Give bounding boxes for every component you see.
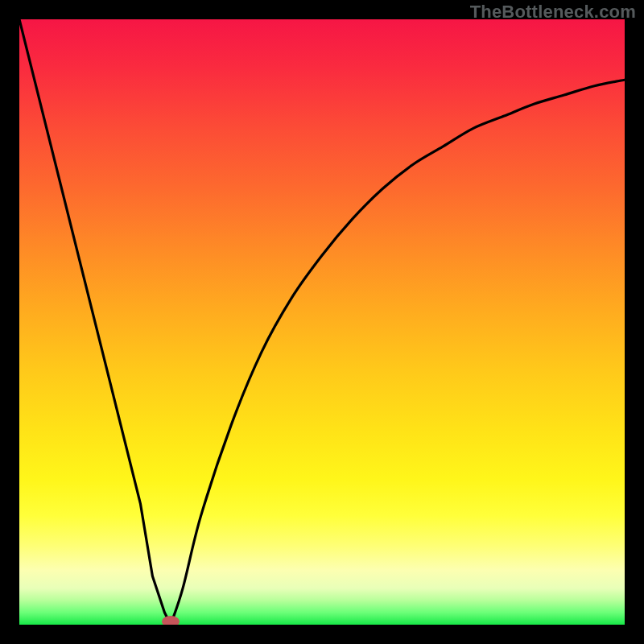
chart-frame: TheBottleneck.com [0, 0, 644, 644]
plot-area [19, 19, 625, 625]
watermark-text: TheBottleneck.com [470, 2, 636, 23]
curve-svg [19, 19, 625, 625]
minimum-marker [162, 616, 180, 625]
bottleneck-curve [19, 19, 625, 625]
